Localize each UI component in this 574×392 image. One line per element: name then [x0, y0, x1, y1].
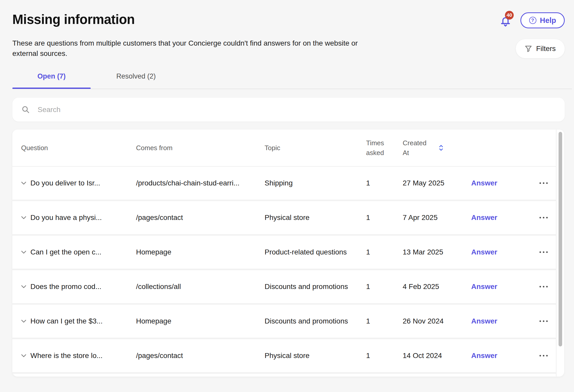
search-bar[interactable] — [12, 98, 565, 122]
row-menu-button[interactable] — [531, 355, 556, 356]
ellipsis-icon — [539, 286, 541, 287]
sort-arrows-icon — [439, 145, 443, 151]
column-header-created-at-label: Created At — [403, 138, 431, 158]
times-asked-cell: 1 — [366, 214, 403, 222]
question-cell: Do you have a physi... — [30, 214, 102, 222]
table-row[interactable]: Do you deliver to Isr... /products/chai-… — [12, 167, 556, 200]
times-asked-cell: 1 — [366, 283, 403, 291]
times-asked-cell: 1 — [366, 352, 403, 360]
comes-from-cell: /pages/contact — [136, 352, 265, 360]
answer-link[interactable]: Answer — [471, 248, 531, 256]
expand-row-button[interactable] — [21, 182, 26, 185]
table-row[interactable]: Can I get the open c... Homepage Product… — [12, 236, 556, 269]
row-menu-button[interactable] — [531, 286, 556, 287]
topic-cell: Physical store — [265, 352, 366, 360]
table-header-row: Question Comes from Topic Times asked Cr… — [12, 130, 556, 167]
expand-row-button[interactable] — [21, 354, 26, 357]
row-menu-button[interactable] — [531, 251, 556, 253]
times-asked-cell: 1 — [366, 248, 403, 256]
chevron-down-icon — [21, 285, 26, 288]
question-cell: How can I get the $3... — [30, 317, 103, 325]
chevron-down-icon — [21, 216, 26, 219]
filters-button-label: Filters — [536, 45, 556, 53]
topic-cell: Physical store — [265, 214, 366, 222]
column-header-question: Question — [21, 143, 136, 153]
table-body: Do you deliver to Isr... /products/chai-… — [12, 167, 556, 374]
chevron-down-icon — [21, 251, 26, 254]
help-button-label: Help — [540, 16, 556, 25]
table-scrollbar-track[interactable] — [556, 130, 564, 377]
expand-row-button[interactable] — [21, 285, 26, 288]
table-row[interactable]: How can I get the $3... Homepage Discoun… — [12, 305, 556, 338]
created-at-cell: 27 May 2025 — [403, 179, 471, 187]
funnel-icon — [525, 45, 532, 52]
question-cell: Where is the store lo... — [30, 352, 103, 360]
sort-created-at-button[interactable] — [439, 145, 443, 151]
comes-from-cell: /collections/all — [136, 283, 265, 291]
table-row[interactable]: Does the promo cod... /collections/all D… — [12, 270, 556, 303]
created-at-cell: 4 Feb 2025 — [403, 283, 471, 291]
column-header-topic: Topic — [265, 143, 366, 153]
search-input[interactable] — [37, 105, 555, 114]
tabs-divider — [12, 89, 572, 89]
filters-button[interactable]: Filters — [516, 39, 565, 58]
expand-row-button[interactable] — [21, 251, 26, 254]
topic-cell: Shipping — [265, 179, 366, 187]
table-row[interactable]: Do you have a physi... /pages/contact Ph… — [12, 201, 556, 234]
column-header-comes-from: Comes from — [136, 143, 265, 153]
created-at-cell: 14 Oct 2024 — [403, 352, 471, 360]
page-description: These are questions from multiple custom… — [12, 38, 368, 59]
partial-next-row — [12, 374, 556, 377]
ellipsis-icon — [539, 182, 541, 184]
comes-from-cell: Homepage — [136, 317, 265, 325]
topic-cell: Product-related questions — [265, 248, 366, 256]
column-header-times-asked: Times asked — [366, 138, 394, 158]
created-at-cell: 13 Mar 2025 — [403, 248, 471, 256]
active-tab-underline — [12, 88, 91, 89]
tab-resolved[interactable]: Resolved (2) — [91, 72, 181, 80]
chevron-down-icon — [21, 354, 26, 357]
expand-row-button[interactable] — [21, 216, 26, 219]
ellipsis-icon — [539, 251, 541, 253]
ellipsis-icon — [539, 355, 541, 356]
question-cell: Can I get the open c... — [30, 248, 102, 256]
answer-link[interactable]: Answer — [471, 179, 531, 187]
answer-link[interactable]: Answer — [471, 283, 531, 291]
column-header-created-at: Created At — [403, 138, 471, 158]
tab-open[interactable]: Open (7) — [12, 72, 91, 80]
expand-row-button[interactable] — [21, 320, 26, 323]
missing-information-page: { "page": { "title": "Missing informatio… — [0, 0, 574, 392]
notifications-button[interactable]: 40 — [500, 11, 515, 28]
table-scrollbar-thumb[interactable] — [559, 132, 562, 346]
ellipsis-icon — [539, 320, 541, 322]
answer-link[interactable]: Answer — [471, 352, 531, 360]
question-cell: Does the promo cod... — [30, 283, 101, 291]
questions-table: Question Comes from Topic Times asked Cr… — [12, 130, 564, 377]
answer-link[interactable]: Answer — [471, 317, 531, 325]
times-asked-cell: 1 — [366, 317, 403, 325]
times-asked-cell: 1 — [366, 179, 403, 187]
comes-from-cell: /products/chai-chain-stud-earri... — [136, 179, 265, 187]
comes-from-cell: /pages/contact — [136, 214, 265, 222]
answer-link[interactable]: Answer — [471, 214, 531, 222]
magnifier-icon — [22, 106, 30, 114]
notification-count-badge: 40 — [505, 11, 514, 20]
topic-cell: Discounts and promotions — [265, 317, 366, 325]
help-button[interactable]: ? Help — [520, 12, 565, 28]
table-row[interactable]: Where is the store lo... /pages/contact … — [12, 339, 556, 372]
created-at-cell: 26 Nov 2024 — [403, 317, 471, 325]
row-menu-button[interactable] — [531, 320, 556, 322]
page-title: Missing information — [12, 12, 135, 27]
chevron-down-icon — [21, 182, 26, 185]
question-circle-icon: ? — [529, 17, 536, 24]
created-at-cell: 7 Apr 2025 — [403, 214, 471, 222]
comes-from-cell: Homepage — [136, 248, 265, 256]
topic-cell: Discounts and promotions — [265, 283, 366, 291]
row-menu-button[interactable] — [531, 217, 556, 218]
question-cell: Do you deliver to Isr... — [30, 179, 100, 187]
row-menu-button[interactable] — [531, 182, 556, 184]
chevron-down-icon — [21, 320, 26, 323]
ellipsis-icon — [539, 217, 541, 218]
